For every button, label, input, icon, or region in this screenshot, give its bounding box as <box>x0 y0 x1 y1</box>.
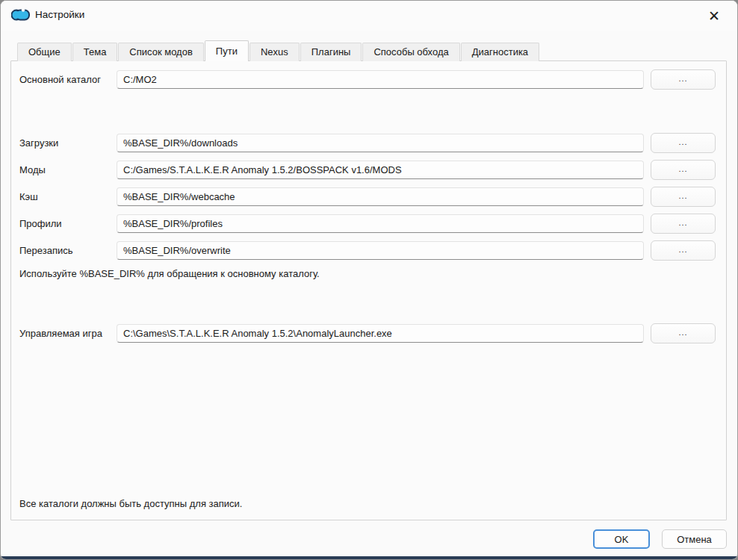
tab-general[interactable]: Общие <box>17 43 72 61</box>
tab-theme[interactable]: Тема <box>72 43 118 61</box>
title-bar: Настройки ✕ <box>1 1 737 31</box>
overwrite-input[interactable] <box>117 241 644 260</box>
mods-browse-button[interactable]: ... <box>651 160 716 180</box>
downloads-browse-button[interactable]: ... <box>651 133 716 153</box>
settings-tabbar: Общие Тема Список модов Пути Nexus Плаги… <box>17 41 540 61</box>
profiles-input[interactable] <box>117 214 644 233</box>
base-directory-input[interactable] <box>117 70 644 89</box>
overwrite-browse-button[interactable]: ... <box>651 240 716 261</box>
managed-game-input[interactable] <box>117 324 644 343</box>
mods-input[interactable] <box>117 161 644 179</box>
downloads-input[interactable] <box>117 134 644 152</box>
window-bottom-edge <box>1 556 737 559</box>
profiles-label: Профили <box>19 214 62 233</box>
cache-label: Кэш <box>19 187 38 206</box>
writable-hint: Все каталоги должны быть доступны для за… <box>19 498 242 509</box>
ok-button[interactable]: OK <box>593 529 650 549</box>
mods-label: Моды <box>19 161 46 179</box>
mo2-logo-icon <box>11 7 31 22</box>
base-directory-browse-button[interactable]: ... <box>651 69 716 90</box>
managed-game-label: Управляемая игра <box>19 324 102 343</box>
tab-modlist[interactable]: Список модов <box>118 43 203 61</box>
close-icon[interactable]: ✕ <box>701 5 727 26</box>
tab-nexus[interactable]: Nexus <box>249 43 300 61</box>
tab-paths[interactable]: Пути <box>205 40 249 61</box>
cancel-button[interactable]: Отмена <box>662 529 727 549</box>
downloads-label: Загрузки <box>19 134 58 152</box>
settings-dialog: Настройки ✕ Общие Тема Список модов Пути… <box>0 0 738 560</box>
window-title: Настройки <box>35 9 84 20</box>
paths-tab-pane <box>10 60 727 520</box>
profiles-browse-button[interactable]: ... <box>651 214 716 234</box>
tab-plugins[interactable]: Плагины <box>300 43 362 61</box>
base-directory-label: Основной каталог <box>19 70 101 89</box>
managed-game-browse-button[interactable]: ... <box>651 323 716 343</box>
cache-browse-button[interactable]: ... <box>651 187 716 207</box>
overwrite-label: Перезапись <box>19 241 73 260</box>
tab-diagnostics[interactable]: Диагностика <box>461 43 539 61</box>
base-dir-hint: Используйте %BASE_DIR% для обращения к о… <box>19 268 320 279</box>
cache-input[interactable] <box>117 187 644 206</box>
tab-workarounds[interactable]: Способы обхода <box>362 43 459 61</box>
